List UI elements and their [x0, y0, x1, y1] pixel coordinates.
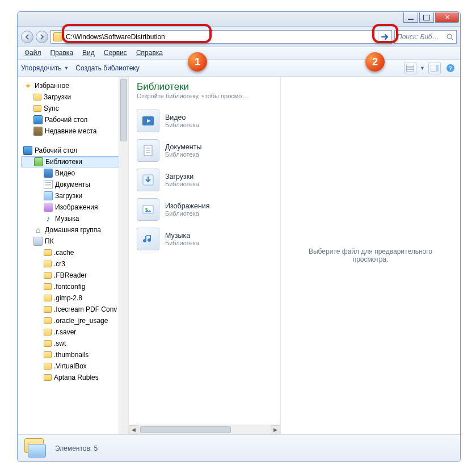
- menu-file[interactable]: Файл: [20, 47, 46, 59]
- preview-pane-button[interactable]: [428, 62, 441, 74]
- documents-library-icon: [137, 139, 159, 162]
- sidebar-item-images[interactable]: Изображения: [21, 202, 128, 213]
- content-pane: Библиотеки Откройте библиотеку, чтобы пр…: [129, 77, 281, 434]
- sidebar-item-video[interactable]: Видео: [21, 167, 128, 179]
- sidebar-item-downloads[interactable]: Загрузки: [21, 91, 128, 103]
- folder-icon: [44, 272, 52, 279]
- create-library-button[interactable]: Создать библиотеку: [75, 64, 139, 72]
- folder-icon: [44, 351, 52, 358]
- sidebar-item-documents[interactable]: Документы: [21, 179, 128, 190]
- folder-icon: [44, 363, 52, 370]
- scroll-right-button[interactable]: ▶: [271, 425, 280, 434]
- sidebar-item-folder[interactable]: .Icecream PDF Conv: [21, 304, 128, 315]
- navigation-pane: ★ Избранное Загрузки Sync Рабочий стол Н…: [18, 77, 129, 434]
- favorites-icon: ★: [23, 81, 32, 90]
- sidebar-item-folder[interactable]: .cr3: [21, 258, 128, 270]
- svg-rect-6: [436, 65, 439, 72]
- homegroup-icon: ⌂: [33, 225, 43, 234]
- library-item-documents[interactable]: Документы Библиотека: [134, 136, 275, 165]
- view-mode-button[interactable]: [404, 62, 416, 74]
- video-icon: [44, 169, 53, 178]
- libraries-large-icon: [23, 438, 47, 459]
- content-subtitle: Откройте библиотеку, чтобы просмо…: [137, 93, 275, 99]
- menu-tools[interactable]: Сервис: [99, 47, 132, 59]
- sidebar-item-music[interactable]: ♪Музыка: [21, 213, 128, 224]
- sidebar-item-folder[interactable]: .FBReader: [21, 270, 128, 281]
- menu-view[interactable]: Вид: [78, 47, 99, 59]
- sidebar-item-folder[interactable]: .gimp-2.8: [21, 292, 128, 304]
- svg-rect-2: [406, 65, 414, 72]
- sidebar-item-folder[interactable]: .oracle_jre_usage: [21, 315, 128, 326]
- folder-icon: [44, 329, 52, 335]
- libraries-icon: [34, 157, 43, 166]
- search-icon: [446, 33, 454, 41]
- sidebar-item-sync[interactable]: Sync: [21, 103, 128, 114]
- folder-icon: [44, 306, 52, 313]
- search-box[interactable]: Поиск: Биб…: [394, 30, 457, 44]
- navigation-row: Поиск: Биб…: [18, 27, 460, 47]
- desktop-header[interactable]: Рабочий стол: [21, 145, 128, 156]
- music-library-icon: [137, 228, 159, 250]
- nav-forward-button[interactable]: [36, 31, 48, 43]
- recent-icon: [33, 127, 43, 136]
- address-bar[interactable]: [50, 30, 392, 44]
- go-to-button[interactable]: [378, 31, 391, 43]
- library-item-video[interactable]: Видео Библиотека: [134, 106, 275, 136]
- sidebar-item-homegroup[interactable]: ⌂Домашняя группа: [21, 224, 128, 236]
- folder-icon: [33, 94, 41, 100]
- sidebar-item-desktop[interactable]: Рабочий стол: [21, 114, 128, 125]
- folder-icon: [44, 295, 52, 301]
- sidebar-item-folder[interactable]: .VirtualBox: [21, 360, 128, 372]
- sidebar-item-folder[interactable]: .thumbnails: [21, 349, 128, 360]
- video-library-icon: [137, 110, 159, 132]
- status-bar: Элементов: 5: [18, 434, 460, 462]
- window-close-button[interactable]: ✕: [435, 12, 459, 23]
- window-titlebar: ✕: [18, 12, 460, 27]
- scrollbar-thumb[interactable]: [120, 79, 127, 141]
- library-item-music[interactable]: Музыка Библиотека: [134, 224, 275, 254]
- folder-icon: [53, 32, 62, 41]
- downloads-icon: [44, 191, 53, 200]
- sidebar-item-downloads-lib[interactable]: Загрузки: [21, 190, 128, 202]
- sidebar-item-folder[interactable]: .fontconfig: [21, 281, 128, 292]
- svg-line-1: [451, 38, 453, 40]
- sidebar-scrollbar[interactable]: [119, 77, 128, 434]
- desktop-icon: [33, 115, 43, 124]
- address-input[interactable]: [65, 31, 378, 43]
- search-placeholder: Поиск: Биб…: [397, 33, 439, 41]
- content-horizontal-scrollbar[interactable]: ◀ ▶: [129, 425, 280, 434]
- preview-empty-text: Выберите файл для предварительного просм…: [292, 248, 449, 263]
- sidebar-item-pc[interactable]: ПК: [21, 236, 128, 247]
- command-bar: Упорядочить▼ Создать библиотеку ▼ ?: [18, 60, 460, 77]
- computer-icon: [33, 237, 43, 246]
- library-item-downloads[interactable]: Загрузки Библиотека: [134, 165, 275, 195]
- menu-edit[interactable]: Правка: [46, 47, 78, 59]
- menu-help[interactable]: Справка: [132, 47, 167, 59]
- organize-button[interactable]: Упорядочить▼: [21, 64, 69, 72]
- nav-back-button[interactable]: [21, 31, 33, 43]
- sidebar-item-folder[interactable]: .r.saver: [21, 326, 128, 338]
- images-icon: [44, 203, 53, 212]
- folder-icon: [44, 340, 52, 347]
- downloads-library-icon: [137, 169, 159, 191]
- help-button[interactable]: ?: [444, 62, 457, 74]
- favorites-header[interactable]: ★ Избранное: [21, 80, 128, 91]
- scroll-left-button[interactable]: ◀: [129, 425, 138, 434]
- window-maximize-button[interactable]: [419, 12, 434, 23]
- music-icon: ♪: [44, 214, 53, 223]
- library-item-images[interactable]: Изображения Библиотека: [134, 195, 275, 224]
- svg-text:?: ?: [449, 65, 452, 72]
- folder-icon: [44, 249, 52, 256]
- window-minimize-button[interactable]: [403, 12, 418, 23]
- folder-icon: [33, 105, 41, 112]
- sidebar-item-folder[interactable]: .swt: [21, 338, 128, 349]
- sidebar-item-recent[interactable]: Недавние места: [21, 125, 128, 137]
- preview-pane: Выберите файл для предварительного просм…: [281, 77, 460, 434]
- sidebar-item-folder[interactable]: .cache: [21, 247, 128, 258]
- sidebar-item-libraries[interactable]: Библиотеки: [21, 156, 128, 167]
- scrollbar-thumb[interactable]: [140, 426, 231, 433]
- sidebar-item-folder[interactable]: Aptana Rubles: [21, 372, 128, 383]
- folder-icon: [44, 374, 52, 381]
- folder-icon: [44, 261, 52, 267]
- desktop-icon: [23, 146, 32, 155]
